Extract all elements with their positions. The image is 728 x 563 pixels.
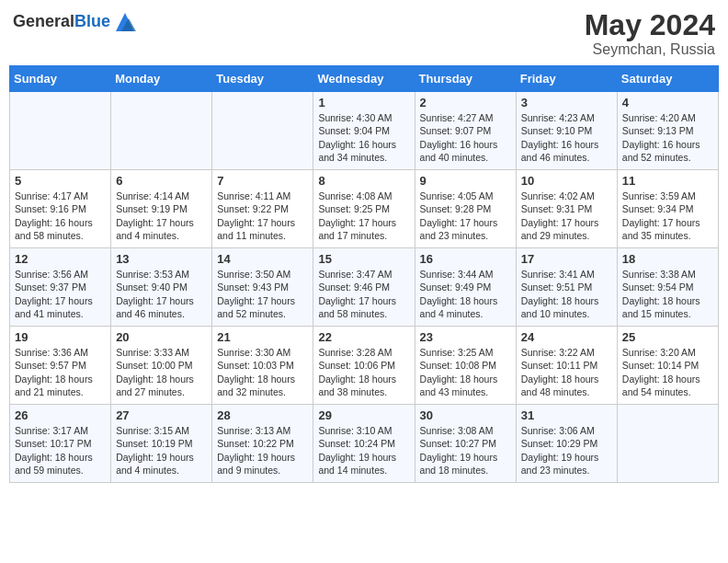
logo-blue: Blue [74,12,110,30]
calendar-cell: 8Sunrise: 4:08 AMSunset: 9:25 PMDaylight… [313,170,415,248]
cell-content: Sunrise: 3:36 AMSunset: 9:57 PMDaylight:… [15,346,106,398]
cell-content: Sunrise: 3:06 AMSunset: 10:29 PMDaylight… [521,424,612,477]
cell-content: Sunrise: 3:22 AMSunset: 10:11 PMDaylight… [521,346,612,398]
calendar-cell: 22Sunrise: 3:28 AMSunset: 10:06 PMDaylig… [313,327,415,405]
cell-content: Sunrise: 3:13 AMSunset: 10:22 PMDaylight… [217,424,308,477]
cell-content: Sunrise: 3:08 AMSunset: 10:27 PMDaylight… [420,424,511,477]
day-number: 7 [217,174,308,188]
page-header: GeneralBlue May 2024 Seymchan, Russia [9,9,719,58]
week-row-1: 1Sunrise: 4:30 AMSunset: 9:04 PMDaylight… [10,92,719,170]
calendar-cell: 12Sunrise: 3:56 AMSunset: 9:37 PMDayligh… [10,248,111,327]
cell-content: Sunrise: 3:33 AMSunset: 10:00 PMDaylight… [116,346,207,398]
col-header-sunday: Sunday [10,66,111,92]
day-number: 24 [521,330,612,344]
cell-content: Sunrise: 4:08 AMSunset: 9:25 PMDaylight:… [318,190,409,242]
calendar-cell: 31Sunrise: 3:06 AMSunset: 10:29 PMDaylig… [516,405,617,483]
calendar-cell: 7Sunrise: 4:11 AMSunset: 9:22 PMDaylight… [212,170,313,248]
day-number: 17 [521,252,612,266]
day-number: 15 [318,252,409,266]
day-number: 9 [420,174,511,188]
logo-icon [112,9,138,35]
day-number: 6 [116,174,207,188]
cell-content: Sunrise: 3:15 AMSunset: 10:19 PMDaylight… [116,424,207,477]
cell-content: Sunrise: 4:17 AMSunset: 9:16 PMDaylight:… [15,190,106,242]
cell-content: Sunrise: 4:02 AMSunset: 9:31 PMDaylight:… [521,190,612,242]
cell-content: Sunrise: 3:30 AMSunset: 10:03 PMDaylight… [217,346,308,398]
calendar-table: SundayMondayTuesdayWednesdayThursdayFrid… [9,65,719,483]
cell-content: Sunrise: 3:53 AMSunset: 9:40 PMDaylight:… [116,268,207,320]
day-number: 3 [521,96,612,109]
cell-content: Sunrise: 3:25 AMSunset: 10:08 PMDaylight… [420,346,511,398]
day-number: 31 [521,408,612,422]
calendar-cell: 21Sunrise: 3:30 AMSunset: 10:03 PMDaylig… [212,327,313,405]
calendar-cell: 17Sunrise: 3:41 AMSunset: 9:51 PMDayligh… [516,248,617,327]
day-number: 20 [116,330,207,344]
calendar-cell: 15Sunrise: 3:47 AMSunset: 9:46 PMDayligh… [313,248,415,327]
calendar-cell: 3Sunrise: 4:23 AMSunset: 9:10 PMDaylight… [516,92,617,170]
day-number: 18 [622,252,713,266]
day-number: 21 [217,330,308,344]
calendar-cell: 13Sunrise: 3:53 AMSunset: 9:40 PMDayligh… [111,248,212,327]
calendar-cell: 29Sunrise: 3:10 AMSunset: 10:24 PMDaylig… [313,405,415,483]
day-number: 5 [15,174,106,188]
week-row-4: 19Sunrise: 3:36 AMSunset: 9:57 PMDayligh… [10,327,719,405]
calendar-cell: 25Sunrise: 3:20 AMSunset: 10:14 PMDaylig… [617,327,718,405]
calendar-cell: 5Sunrise: 4:17 AMSunset: 9:16 PMDaylight… [10,170,111,248]
calendar-cell: 18Sunrise: 3:38 AMSunset: 9:54 PMDayligh… [617,248,718,327]
day-number: 8 [318,174,409,188]
cell-content: Sunrise: 3:47 AMSunset: 9:46 PMDaylight:… [318,268,409,320]
cell-content: Sunrise: 4:11 AMSunset: 9:22 PMDaylight:… [217,190,308,242]
col-header-tuesday: Tuesday [212,66,313,92]
cell-content: Sunrise: 3:38 AMSunset: 9:54 PMDaylight:… [622,268,713,320]
day-number: 27 [116,408,207,422]
header-row: SundayMondayTuesdayWednesdayThursdayFrid… [10,66,719,92]
logo-general: General [13,12,74,30]
logo: GeneralBlue [13,9,138,35]
calendar-cell: 4Sunrise: 4:20 AMSunset: 9:13 PMDaylight… [617,92,718,170]
cell-content: Sunrise: 4:23 AMSunset: 9:10 PMDaylight:… [521,111,612,164]
cell-content: Sunrise: 4:14 AMSunset: 9:19 PMDaylight:… [116,190,207,242]
calendar-cell: 20Sunrise: 3:33 AMSunset: 10:00 PMDaylig… [111,327,212,405]
day-number: 29 [318,408,409,422]
calendar-cell [212,92,313,170]
title-block: May 2024 Seymchan, Russia [585,9,715,58]
cell-content: Sunrise: 4:30 AMSunset: 9:04 PMDaylight:… [318,111,409,164]
day-number: 1 [318,96,409,109]
day-number: 16 [420,252,511,266]
day-number: 14 [217,252,308,266]
day-number: 22 [318,330,409,344]
week-row-3: 12Sunrise: 3:56 AMSunset: 9:37 PMDayligh… [10,248,719,327]
cell-content: Sunrise: 4:20 AMSunset: 9:13 PMDaylight:… [622,111,713,164]
month-year-title: May 2024 [585,9,715,41]
cell-content: Sunrise: 3:20 AMSunset: 10:14 PMDaylight… [622,346,713,398]
week-row-2: 5Sunrise: 4:17 AMSunset: 9:16 PMDaylight… [10,170,719,248]
calendar-cell: 11Sunrise: 3:59 AMSunset: 9:34 PMDayligh… [617,170,718,248]
calendar-cell: 30Sunrise: 3:08 AMSunset: 10:27 PMDaylig… [415,405,516,483]
calendar-cell: 10Sunrise: 4:02 AMSunset: 9:31 PMDayligh… [516,170,617,248]
calendar-cell: 2Sunrise: 4:27 AMSunset: 9:07 PMDaylight… [415,92,516,170]
day-number: 13 [116,252,207,266]
calendar-cell [111,92,212,170]
day-number: 12 [15,252,106,266]
calendar-cell [10,92,111,170]
day-number: 25 [622,330,713,344]
week-row-5: 26Sunrise: 3:17 AMSunset: 10:17 PMDaylig… [10,405,719,483]
cell-content: Sunrise: 3:10 AMSunset: 10:24 PMDaylight… [318,424,409,477]
calendar-cell: 6Sunrise: 4:14 AMSunset: 9:19 PMDaylight… [111,170,212,248]
calendar-cell: 27Sunrise: 3:15 AMSunset: 10:19 PMDaylig… [111,405,212,483]
calendar-cell: 16Sunrise: 3:44 AMSunset: 9:49 PMDayligh… [415,248,516,327]
day-number: 26 [15,408,106,422]
col-header-friday: Friday [516,66,617,92]
cell-content: Sunrise: 3:28 AMSunset: 10:06 PMDaylight… [318,346,409,398]
calendar-cell: 28Sunrise: 3:13 AMSunset: 10:22 PMDaylig… [212,405,313,483]
calendar-cell [617,405,718,483]
day-number: 4 [622,96,713,109]
cell-content: Sunrise: 3:44 AMSunset: 9:49 PMDaylight:… [420,268,511,320]
calendar-cell: 14Sunrise: 3:50 AMSunset: 9:43 PMDayligh… [212,248,313,327]
cell-content: Sunrise: 3:59 AMSunset: 9:34 PMDaylight:… [622,190,713,242]
day-number: 30 [420,408,511,422]
calendar-cell: 23Sunrise: 3:25 AMSunset: 10:08 PMDaylig… [415,327,516,405]
cell-content: Sunrise: 3:41 AMSunset: 9:51 PMDaylight:… [521,268,612,320]
cell-content: Sunrise: 4:27 AMSunset: 9:07 PMDaylight:… [420,111,511,164]
cell-content: Sunrise: 3:50 AMSunset: 9:43 PMDaylight:… [217,268,308,320]
